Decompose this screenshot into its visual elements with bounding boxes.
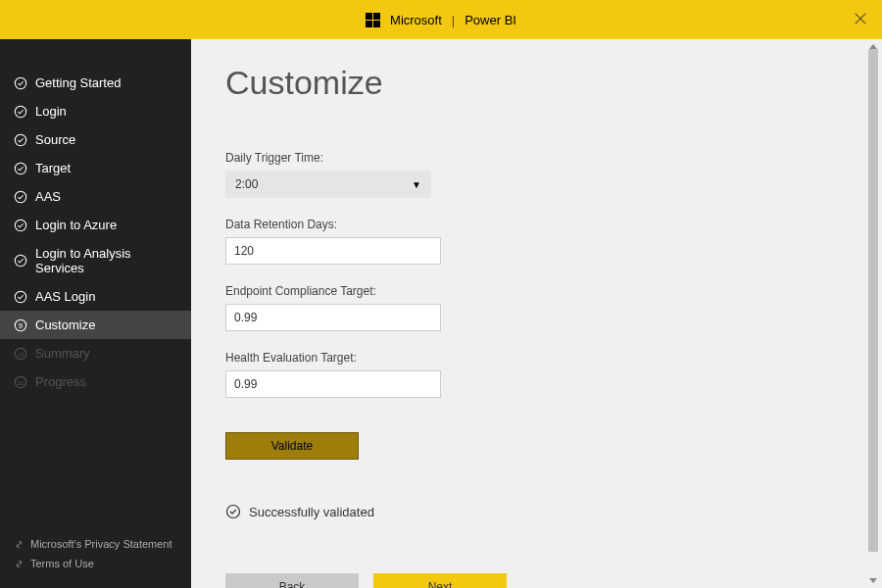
svg-point-2 [15, 134, 25, 145]
svg-point-4 [15, 191, 25, 202]
svg-point-0 [15, 77, 25, 88]
trigger-time-label: Daily Trigger Time: [225, 151, 848, 165]
svg-point-7 [15, 291, 25, 302]
sidebar-item-label: Customize [35, 318, 95, 332]
link-icon [14, 539, 24, 550]
brand-label: Microsoft [390, 13, 442, 27]
chevron-down-icon: ▼ [412, 179, 421, 190]
sidebar-item-label: Progress [35, 374, 86, 389]
main-panel: Customize Daily Trigger Time: 2:00 ▼ Dat… [191, 39, 882, 588]
svg-text:9: 9 [19, 321, 23, 328]
retention-label: Data Retention Days: [225, 218, 848, 231]
sidebar-item-aas[interactable]: AAS [0, 182, 191, 211]
sidebar-item-summary: 10 Summary [0, 339, 191, 368]
check-circle-icon [14, 133, 27, 147]
check-circle-icon [14, 76, 27, 90]
check-circle-icon [14, 254, 27, 268]
field-compliance-target: Endpoint Compliance Target: [225, 284, 848, 331]
field-health-target: Health Evaluation Target: [225, 351, 848, 398]
step-number-icon: 9 [14, 318, 27, 332]
nav-button-row: Back Next [225, 573, 848, 588]
sidebar-item-login-analysis[interactable]: Login to Analysis Services [0, 239, 191, 282]
svg-point-1 [15, 106, 25, 117]
sidebar-footer: Microsoft's Privacy Statement Terms of U… [0, 534, 191, 588]
sidebar-item-label: Summary [35, 346, 90, 361]
sidebar-item-label: Source [35, 132, 75, 147]
check-circle-icon [225, 504, 241, 519]
status-text: Successfully validated [249, 505, 374, 519]
header-bar: Microsoft | Power BI [0, 0, 882, 39]
svg-text:10: 10 [18, 350, 24, 357]
page-title: Customize [225, 64, 848, 102]
nav-list: Getting Started Login Source Target [0, 69, 191, 534]
field-trigger-time: Daily Trigger Time: 2:00 ▼ [225, 151, 848, 198]
footer-link-label: Terms of Use [30, 558, 94, 569]
scroll-thumb[interactable] [868, 49, 878, 552]
link-icon [14, 559, 24, 569]
sidebar: Getting Started Login Source Target [0, 39, 191, 588]
scroll-down-icon[interactable] [869, 578, 877, 583]
scroll-track[interactable] [868, 49, 878, 578]
svg-point-14 [227, 506, 240, 518]
health-label: Health Evaluation Target: [225, 351, 848, 365]
step-number-icon: 10 [14, 347, 27, 361]
check-circle-icon [14, 219, 27, 232]
trigger-time-value: 2:00 [235, 177, 258, 191]
validate-button[interactable]: Validate [225, 432, 359, 460]
terms-link[interactable]: Terms of Use [0, 554, 191, 573]
trigger-time-select[interactable]: 2:00 ▼ [225, 171, 431, 198]
validation-status: Successfully validated [225, 504, 848, 519]
sidebar-item-label: Target [35, 161, 71, 175]
sidebar-item-aas-login[interactable]: AAS Login [0, 282, 191, 311]
privacy-link[interactable]: Microsoft's Privacy Statement [0, 534, 191, 554]
header-title-group: Microsoft | Power BI [366, 13, 516, 27]
close-icon[interactable] [854, 11, 867, 28]
sidebar-item-getting-started[interactable]: Getting Started [0, 69, 191, 97]
sidebar-item-login[interactable]: Login [0, 97, 191, 125]
retention-input[interactable] [225, 237, 441, 265]
next-button[interactable]: Next [373, 573, 507, 588]
vertical-scrollbar[interactable] [866, 41, 880, 586]
sidebar-item-label: Getting Started [35, 75, 121, 90]
compliance-label: Endpoint Compliance Target: [225, 284, 848, 298]
step-number-icon: 11 [14, 375, 27, 389]
compliance-input[interactable] [225, 304, 441, 331]
health-input[interactable] [225, 370, 441, 398]
sidebar-item-label: AAS Login [35, 289, 95, 304]
check-circle-icon [14, 290, 27, 304]
back-button[interactable]: Back [225, 573, 359, 588]
check-circle-icon [14, 190, 27, 204]
microsoft-logo-icon [366, 13, 380, 27]
sidebar-item-customize[interactable]: 9 Customize [0, 311, 191, 339]
sidebar-item-label: AAS [35, 189, 61, 204]
sidebar-item-label: Login to Azure [35, 218, 117, 232]
sidebar-item-progress: 11 Progress [0, 368, 191, 396]
sidebar-item-login-azure[interactable]: Login to Azure [0, 211, 191, 239]
check-circle-icon [14, 162, 27, 175]
sidebar-item-label: Login [35, 104, 67, 119]
svg-point-6 [15, 255, 25, 266]
sidebar-item-label: Login to Analysis Services [35, 246, 177, 275]
field-retention-days: Data Retention Days: [225, 218, 848, 265]
sidebar-item-source[interactable]: Source [0, 125, 191, 154]
sidebar-item-target[interactable]: Target [0, 154, 191, 182]
svg-point-5 [15, 220, 25, 230]
svg-point-3 [15, 163, 25, 173]
product-label: Power BI [465, 13, 516, 27]
svg-text:11: 11 [18, 378, 24, 385]
footer-link-label: Microsoft's Privacy Statement [30, 538, 172, 550]
check-circle-icon [14, 105, 27, 119]
header-divider: | [452, 13, 455, 27]
